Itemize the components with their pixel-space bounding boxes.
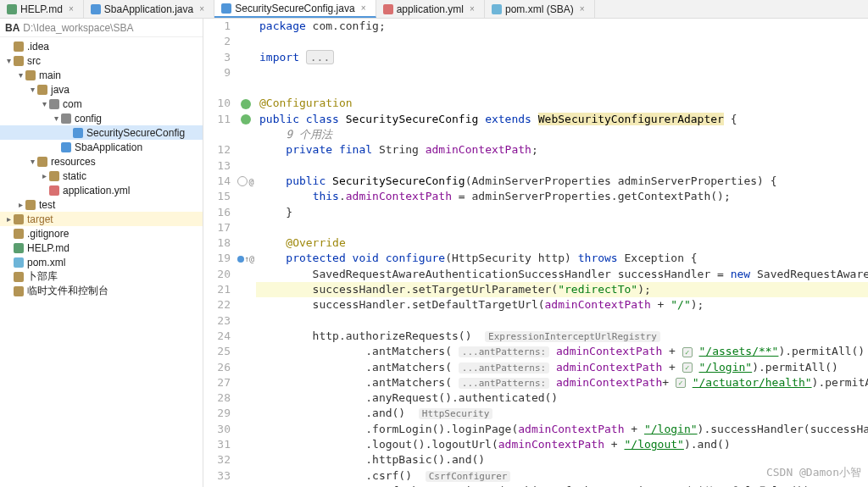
- code-area[interactable]: package com.config;import ...@Configurat…: [256, 19, 868, 487]
- breadcrumb[interactable]: BA D:\Idea_workspace\SBA: [0, 19, 203, 37]
- tree-item-resources[interactable]: ▾resources: [0, 154, 203, 169]
- override-icon[interactable]: [237, 256, 244, 263]
- tree-item-java[interactable]: ▾java: [0, 82, 203, 97]
- code-line[interactable]: package com.config;: [259, 19, 868, 34]
- tab-sbaapplication-java[interactable]: SbaApplication.java×: [84, 0, 214, 18]
- tree-item-test[interactable]: ▸test: [0, 197, 203, 212]
- tab-securitysecureconfig-java[interactable]: SecuritySecureConfig.java×: [214, 0, 376, 18]
- code-line[interactable]: [259, 34, 868, 49]
- line-number: 13: [209, 158, 231, 174]
- line-number: 18: [209, 235, 231, 251]
- expand-icon[interactable]: ▸: [15, 200, 25, 209]
- code-line[interactable]: [259, 158, 868, 174]
- code-line[interactable]: http.authorizeRequests() ExpressionInter…: [259, 329, 868, 344]
- code-line[interactable]: [259, 220, 868, 235]
- tree-item-label: .idea: [27, 41, 49, 53]
- code-line[interactable]: .anyRequest().authenticated(): [259, 390, 868, 406]
- tree-item-label: application.yml: [63, 185, 130, 196]
- code-line[interactable]: public SecuritySecureConfig(AdminServerP…: [259, 174, 868, 189]
- tab-pom-xml-sba-[interactable]: pom.xml (SBA)×: [485, 0, 595, 18]
- tree-item-com[interactable]: ▾com: [0, 97, 203, 111]
- expand-icon[interactable]: ▾: [39, 99, 49, 108]
- expand-icon[interactable]: ▾: [51, 113, 61, 123]
- code-line[interactable]: SavedRequestAwareAuthenticationSuccessHa…: [259, 267, 868, 282]
- code-line[interactable]: .csrfTokenRepository(CookieCsrfTokenRepo…: [259, 484, 868, 487]
- target-icon[interactable]: [237, 176, 248, 186]
- code-line[interactable]: .antMatchers( ...antPatterns: adminConte…: [259, 344, 868, 359]
- tree-item-label: resources: [51, 156, 96, 168]
- line-number: 14: [209, 174, 231, 189]
- tree-item-label: target: [27, 213, 53, 225]
- tree-item-config[interactable]: ▾config: [0, 111, 203, 125]
- expand-icon[interactable]: ▸: [39, 171, 49, 180]
- project-sidebar: BA D:\Idea_workspace\SBA .idea▾src▾main▾…: [0, 19, 203, 487]
- line-number: 28: [209, 390, 231, 406]
- tree-item-static[interactable]: ▸static: [0, 169, 203, 183]
- code-line[interactable]: public class SecuritySecureConfig extend…: [259, 112, 868, 127]
- code-line[interactable]: .formLogin().loginPage(adminContextPath …: [259, 422, 868, 437]
- line-number: 27: [209, 375, 231, 390]
- close-icon[interactable]: ×: [577, 4, 587, 14]
- close-icon[interactable]: ×: [66, 4, 76, 14]
- tree-item--gitignore[interactable]: .gitignore: [0, 226, 203, 241]
- code-line[interactable]: import ...: [259, 50, 868, 65]
- code-line[interactable]: [259, 313, 868, 329]
- gutter-icon-slot: [236, 142, 256, 158]
- code-line[interactable]: private final String adminContextPath;: [259, 142, 868, 158]
- line-number: 25: [209, 344, 231, 359]
- code-line[interactable]: }: [259, 205, 868, 220]
- tree-item-securitysecureconfig[interactable]: SecuritySecureConfig: [0, 125, 203, 140]
- line-number: 1: [209, 19, 231, 34]
- tab-label: SbaApplication.java: [104, 3, 193, 15]
- tree-item-pom-xml[interactable]: pom.xml: [0, 255, 203, 269]
- code-line[interactable]: .antMatchers( ...antPatterns: adminConte…: [259, 360, 868, 375]
- tree-item-src[interactable]: ▾src: [0, 53, 203, 68]
- line-gutter: 1239101112131415161718192021222324252627…: [203, 19, 236, 487]
- tree-item--[interactable]: 临时文件和控制台: [0, 284, 203, 298]
- expand-icon[interactable]: ▾: [15, 70, 25, 80]
- code-line[interactable]: 9 个用法: [259, 127, 868, 142]
- gutter-icon-slot: [236, 50, 256, 65]
- expand-icon[interactable]: ▾: [27, 157, 37, 166]
- code-line[interactable]: successHandler.setDefaultTargetUrl(admin…: [259, 297, 868, 313]
- code-line[interactable]: protected void configure(HttpSecurity ht…: [259, 251, 868, 266]
- tree-item-help-md[interactable]: HELP.md: [0, 241, 203, 255]
- line-number: 3: [209, 50, 231, 65]
- tab-help-md[interactable]: HELP.md×: [0, 0, 84, 18]
- expand-icon[interactable]: ▸: [3, 214, 14, 224]
- folder-icon: [37, 85, 47, 95]
- gutter-icon-slot: [236, 360, 256, 375]
- tree-item--idea[interactable]: .idea: [0, 39, 203, 53]
- code-line[interactable]: .antMatchers( ...antPatterns: adminConte…: [259, 375, 868, 390]
- tree-item-target[interactable]: ▸target: [0, 212, 203, 226]
- code-line[interactable]: [259, 65, 868, 80]
- gutter-icon-slot: [236, 189, 256, 204]
- tree-item-application-yml[interactable]: application.yml: [0, 183, 203, 197]
- bean-icon[interactable]: [241, 114, 251, 125]
- code-line[interactable]: @Override: [259, 235, 868, 251]
- folder-icon: [37, 157, 47, 167]
- close-icon[interactable]: ×: [359, 3, 369, 13]
- tree-item-main[interactable]: ▾main: [0, 68, 203, 82]
- code-line[interactable]: .httpBasic().and(): [259, 452, 868, 468]
- folder-icon: [25, 70, 36, 80]
- tree-item-label: static: [63, 170, 86, 182]
- expand-icon[interactable]: ▾: [27, 85, 37, 94]
- code-line[interactable]: successHandler.setTargetUrlParameter("re…: [259, 282, 868, 297]
- folder-icon: [25, 200, 36, 210]
- bean-icon[interactable]: [241, 99, 251, 109]
- close-icon[interactable]: ×: [197, 4, 207, 14]
- expand-icon[interactable]: ▾: [3, 56, 14, 65]
- code-line[interactable]: .csrf() CsrfConfigurer: [259, 468, 868, 484]
- code-line[interactable]: [259, 80, 868, 96]
- code-line[interactable]: .logout().logoutUrl(adminContextPath + "…: [259, 437, 868, 452]
- code-line[interactable]: @Configuration: [259, 96, 868, 111]
- gutter-icon-slot: [236, 329, 256, 344]
- tab-application-yml[interactable]: application.yml×: [376, 0, 485, 18]
- code-line[interactable]: this.adminContextPath = adminServerPrope…: [259, 189, 868, 204]
- tree-item--[interactable]: 卜部库: [0, 269, 203, 284]
- editor-tabs: HELP.md×SbaApplication.java×SecuritySecu…: [0, 0, 868, 19]
- close-icon[interactable]: ×: [467, 4, 477, 14]
- code-line[interactable]: .and() HttpSecurity: [259, 406, 868, 421]
- tree-item-sbaapplication[interactable]: SbaApplication: [0, 140, 203, 154]
